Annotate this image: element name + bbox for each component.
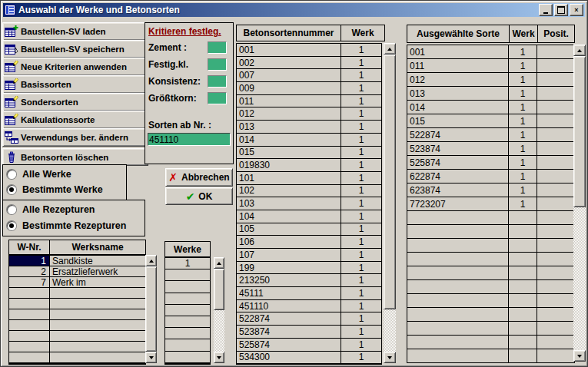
scroll-up-button[interactable] xyxy=(145,255,157,266)
table-cell[interactable] xyxy=(537,114,574,127)
table-cell[interactable]: 1 xyxy=(341,44,381,56)
table-cell[interactable] xyxy=(537,170,574,183)
table-cell[interactable] xyxy=(509,211,537,224)
table-cell[interactable] xyxy=(9,352,49,362)
table-cell[interactable] xyxy=(50,342,145,352)
scroll-up-button[interactable] xyxy=(573,45,586,56)
ok-button[interactable]: ✔ OK xyxy=(165,187,233,205)
table-cell[interactable]: 015 xyxy=(237,147,341,159)
table-cell[interactable] xyxy=(165,328,210,339)
festigkl-field[interactable] xyxy=(208,58,227,71)
table-cell[interactable] xyxy=(537,142,574,155)
table-cell[interactable]: 014 xyxy=(407,101,508,114)
table-cell[interactable]: 1 xyxy=(341,326,381,338)
table-cell[interactable] xyxy=(50,288,145,298)
maximize-button[interactable] xyxy=(554,4,568,16)
radio-icon[interactable] xyxy=(7,170,16,179)
table-cell[interactable] xyxy=(509,280,537,293)
table-cell[interactable] xyxy=(509,253,537,266)
table-cell[interactable]: 014 xyxy=(237,134,341,146)
table-cell[interactable]: 1 xyxy=(509,128,537,141)
table-cell[interactable]: 015 xyxy=(407,114,508,127)
ausgewaehlte-scrollbar[interactable] xyxy=(573,45,586,362)
scroll-down-button[interactable] xyxy=(573,350,586,362)
zement-field[interactable] xyxy=(208,41,227,54)
table-cell[interactable] xyxy=(9,299,49,309)
table-cell[interactable] xyxy=(537,322,574,335)
table-cell[interactable] xyxy=(537,101,574,114)
table-cell[interactable] xyxy=(509,225,537,238)
scroll-down-button[interactable] xyxy=(145,352,157,363)
table-cell[interactable]: 1 xyxy=(509,170,537,183)
table-cell[interactable]: 106 xyxy=(237,236,341,248)
table-cell[interactable]: 1 xyxy=(509,156,537,169)
werksliste-scrollbar[interactable] xyxy=(145,255,157,363)
table-cell[interactable] xyxy=(407,336,508,349)
table-cell[interactable] xyxy=(407,211,508,224)
table-cell[interactable] xyxy=(407,253,508,266)
table-cell[interactable]: 1 xyxy=(341,95,381,107)
table-cell[interactable]: 103 xyxy=(237,197,341,210)
table-cell[interactable] xyxy=(407,266,508,279)
table-cell[interactable]: 1 xyxy=(341,197,381,210)
table-cell[interactable]: 525874 xyxy=(407,156,508,169)
button-basissorten[interactable]: Basissorten xyxy=(2,75,148,94)
table-cell[interactable]: 1 xyxy=(341,69,381,81)
table-cell[interactable]: 009 xyxy=(237,82,341,94)
table-cell[interactable] xyxy=(537,59,574,72)
table-cell[interactable] xyxy=(537,156,574,169)
table-cell[interactable]: Ersatzlieferwerk xyxy=(50,266,145,276)
button-kalkulationssorte[interactable]: Kalkulationssorte xyxy=(2,111,148,129)
button-baustellen-sv-laden[interactable]: Baustellen-SV laden xyxy=(2,22,148,41)
scroll-down-button[interactable] xyxy=(384,352,396,363)
table-cell[interactable]: 199 xyxy=(237,262,341,274)
table-cell[interactable]: 1 xyxy=(509,142,537,155)
radio-alle-rezepturen[interactable]: Alle Rezepturen xyxy=(7,204,95,215)
table-cell[interactable]: 007 xyxy=(237,69,341,81)
button-sondersorten[interactable]: Sondersorten xyxy=(2,93,148,111)
table-cell[interactable]: 1 xyxy=(341,352,381,364)
sorten-ab-nr-input[interactable]: 451110 xyxy=(148,133,231,146)
table-cell[interactable] xyxy=(537,239,574,252)
scrollbar-thumb[interactable] xyxy=(214,269,224,310)
table-cell[interactable]: 1 xyxy=(341,274,381,286)
table-cell[interactable]: 1 xyxy=(341,223,381,236)
table-cell[interactable]: 7723207 xyxy=(407,197,508,210)
scrollbar-track[interactable] xyxy=(145,266,157,352)
table-cell[interactable]: 525874 xyxy=(237,339,341,351)
scrollbar-track[interactable] xyxy=(573,56,586,350)
table-cell[interactable]: 011 xyxy=(407,59,508,72)
table-cell[interactable] xyxy=(50,299,145,309)
button-neue-kriterien-anwenden[interactable]: Neue Kriterien anwenden xyxy=(2,58,148,76)
table-cell[interactable]: 1 xyxy=(341,210,381,223)
table-cell[interactable]: 1 xyxy=(341,107,381,120)
button-baustellen-sv-speichern[interactable]: Baustellen-SV speichern xyxy=(2,40,148,58)
table-cell[interactable] xyxy=(537,349,574,362)
table-cell[interactable]: 1 xyxy=(509,87,537,100)
table-cell[interactable]: 622874 xyxy=(407,170,508,183)
table-cell[interactable]: 011 xyxy=(237,95,341,107)
table-cell[interactable] xyxy=(50,309,145,319)
table-cell[interactable] xyxy=(165,339,210,350)
table-cell[interactable] xyxy=(50,331,145,341)
table-cell[interactable]: 013 xyxy=(237,121,341,133)
table-cell[interactable]: 1 xyxy=(509,73,537,86)
betonsorten-scrollbar[interactable] xyxy=(384,43,396,363)
radio-alle-werke[interactable]: Alle Werke xyxy=(7,169,71,180)
cancel-button[interactable]: ✗ Abbrechen xyxy=(165,168,233,187)
table-cell[interactable] xyxy=(509,266,537,279)
table-cell[interactable]: 1 xyxy=(165,258,210,269)
table-cell[interactable]: 012 xyxy=(407,73,508,86)
table-cell[interactable] xyxy=(509,308,537,321)
table-cell[interactable] xyxy=(407,239,508,252)
table-cell[interactable] xyxy=(9,320,49,330)
table-cell[interactable]: 1 xyxy=(341,82,381,94)
table-cell[interactable] xyxy=(165,305,210,316)
table-cell[interactable]: 1 xyxy=(341,287,381,299)
table-cell[interactable] xyxy=(165,281,210,292)
table-cell[interactable] xyxy=(407,308,508,321)
table-cell[interactable] xyxy=(407,280,508,293)
table-cell[interactable] xyxy=(9,342,49,352)
table-cell[interactable] xyxy=(509,336,537,349)
table-cell[interactable] xyxy=(407,322,508,335)
